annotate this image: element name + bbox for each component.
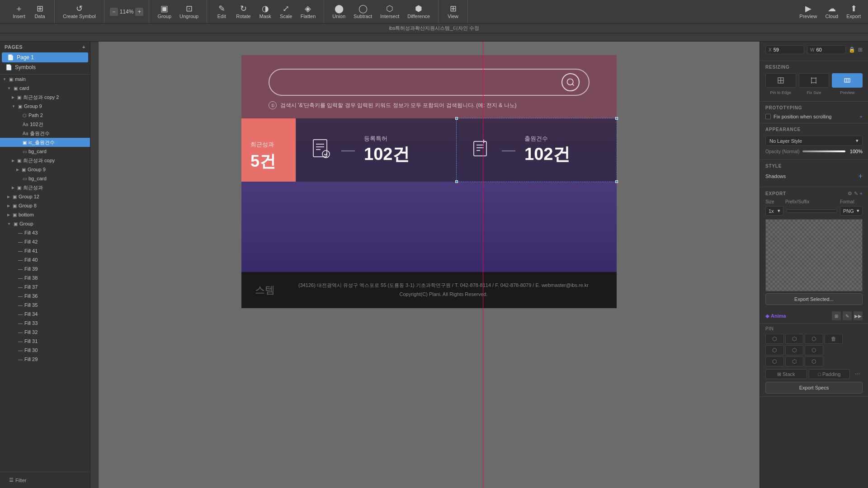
shadows-add-btn[interactable]: + bbox=[859, 172, 863, 180]
layer-ic-chulwon[interactable]: ▣ ic_출원건수 bbox=[0, 138, 90, 147]
export-selected-button[interactable]: Export Selected... bbox=[765, 293, 863, 305]
preview-button[interactable]: ▶ Preview bbox=[797, 4, 820, 20]
create-symbol-button[interactable]: ↺ Create Symbol bbox=[60, 4, 99, 20]
rotate-button[interactable]: ↻ Rotate bbox=[233, 4, 253, 20]
pin-tr[interactable]: ⬡ bbox=[805, 334, 823, 344]
pin-br[interactable]: ⬡ bbox=[805, 357, 823, 366]
pin-tc[interactable]: ⬡ bbox=[785, 334, 804, 344]
export-add-btn[interactable]: + bbox=[860, 191, 863, 197]
layer-fill39[interactable]: —Fill 39 bbox=[0, 264, 90, 273]
layer-fill33[interactable]: —Fill 33 bbox=[0, 319, 90, 328]
prototyping-add-btn[interactable]: + bbox=[860, 114, 863, 119]
difference-icon: ⬢ bbox=[415, 5, 422, 13]
edit-button[interactable]: ✎ Edit bbox=[212, 4, 231, 20]
layer-bg-card2[interactable]: ▭ bg_card bbox=[0, 174, 90, 183]
layer-102[interactable]: Aa 102건 bbox=[0, 120, 90, 129]
group-button[interactable]: ▣ Group bbox=[155, 4, 174, 20]
format-field[interactable]: PNG ▾ bbox=[840, 206, 863, 216]
flatten-icon: ◈ bbox=[305, 5, 311, 13]
layer-fill34[interactable]: —Fill 34 bbox=[0, 310, 90, 319]
difference-button[interactable]: ⬢ Difference bbox=[405, 4, 433, 20]
layer-fill40[interactable]: —Fill 40 bbox=[0, 255, 90, 264]
w-field[interactable]: W 60 bbox=[807, 45, 846, 54]
export-toolbar-button[interactable]: ⬆ Export bbox=[844, 4, 863, 20]
layer-path2[interactable]: ⬡ Path 2 bbox=[0, 111, 90, 120]
layer-chulwon[interactable]: Aa 출원건수 bbox=[0, 129, 90, 138]
layer-fill37[interactable]: —Fill 37 bbox=[0, 282, 90, 291]
toolbar: ＋ Insert ⊞ Data ↺ Create Symbol − 114% +… bbox=[0, 0, 868, 23]
canvas-area[interactable]: ① 검색시 '&'단축키를 입력할 경우 입력된 키워드 정보가 모두 포함되어… bbox=[90, 42, 760, 488]
view-button[interactable]: ⊞ View bbox=[444, 4, 462, 20]
pin-mr[interactable]: ⬡ bbox=[805, 345, 823, 355]
pin-ml[interactable]: ⬡ bbox=[765, 345, 784, 355]
layer-group9-sub[interactable]: ▶ ▣ Group 9 bbox=[0, 165, 90, 174]
flatten-button[interactable]: ◈ Flatten bbox=[298, 4, 319, 20]
pin-tl[interactable]: ⬡ bbox=[765, 334, 784, 344]
layer-recent[interactable]: ▶ ▣ 최근성과 bbox=[0, 183, 90, 192]
group-icon: ▣ bbox=[160, 5, 168, 13]
padding-btn[interactable]: □ Padding bbox=[809, 369, 850, 379]
layer-group12[interactable]: ▶ ▣ Group 12 bbox=[0, 192, 90, 201]
mask-button[interactable]: ◑ Mask bbox=[256, 4, 274, 20]
export-specs-button[interactable]: Export Specs bbox=[765, 382, 863, 394]
prefix-field[interactable] bbox=[786, 209, 837, 213]
page-item-symbols[interactable]: 📄 Symbols bbox=[0, 62, 90, 72]
layer-fill43[interactable]: —Fill 43 bbox=[0, 228, 90, 237]
pin-more-btn[interactable]: ⋯ bbox=[852, 369, 863, 379]
pin-bl[interactable]: ⬡ bbox=[765, 357, 784, 366]
size-field[interactable]: 1x ▾ bbox=[765, 206, 783, 216]
layer-recent-copy[interactable]: ▶ ▣ 최근성과 copy bbox=[0, 156, 90, 165]
layer-group8[interactable]: ▶ ▣ Group 8 bbox=[0, 201, 90, 210]
anima-btn2[interactable]: ✎ bbox=[843, 311, 852, 320]
expand-btn[interactable]: ⊞ bbox=[858, 45, 863, 54]
layer-fill38[interactable]: —Fill 38 bbox=[0, 273, 90, 282]
pin-to-edge-btn[interactable] bbox=[765, 73, 796, 88]
layer-fill29[interactable]: —Fill 29 bbox=[0, 355, 90, 364]
union-button[interactable]: ⬤ Union bbox=[330, 4, 348, 20]
fix-size-btn[interactable] bbox=[799, 73, 830, 88]
export-pencil-btn[interactable]: ✎ bbox=[854, 191, 858, 197]
cloud-button[interactable]: ☁ Cloud bbox=[822, 4, 841, 20]
layer-fill41[interactable]: —Fill 41 bbox=[0, 246, 90, 255]
pin-mc[interactable]: ⬡ bbox=[785, 345, 804, 355]
pin-del1[interactable]: 🗑 bbox=[825, 334, 843, 344]
subtract-button[interactable]: ◯ Subtract bbox=[351, 4, 375, 20]
layer-fill31[interactable]: —Fill 31 bbox=[0, 337, 90, 346]
insert-button[interactable]: ＋ Insert bbox=[10, 4, 28, 20]
fix-scroll-checkbox[interactable] bbox=[765, 114, 771, 119]
x-field[interactable]: X 59 bbox=[765, 45, 804, 54]
pin-bc[interactable]: ⬡ bbox=[785, 357, 804, 366]
zoom-out-button[interactable]: − bbox=[110, 8, 118, 16]
anima-btn1[interactable]: ⊞ bbox=[832, 311, 841, 320]
layer-main[interactable]: ▼ ▣ main bbox=[0, 75, 90, 84]
export-settings-btn[interactable]: ⚙ bbox=[848, 191, 852, 197]
layer-group[interactable]: ▼ ▣ Group bbox=[0, 219, 90, 228]
preview-resize-btn[interactable] bbox=[832, 73, 863, 88]
intersect-button[interactable]: ⬡ Intersect bbox=[377, 4, 402, 20]
layer-recent-copy2[interactable]: ▶ ▣ 최근성과 copy 2 bbox=[0, 93, 90, 102]
data-button[interactable]: ⊞ Data bbox=[31, 4, 49, 20]
anima-btn3[interactable]: ▶▶ bbox=[854, 311, 863, 320]
layer-fill30[interactable]: —Fill 30 bbox=[0, 346, 90, 355]
layer-fill36[interactable]: —Fill 36 bbox=[0, 291, 90, 300]
layer-card[interactable]: ▼ ▣ card bbox=[0, 84, 90, 93]
page-item-page1[interactable]: 📄 Page 1 bbox=[2, 52, 88, 62]
layer-fill35[interactable]: —Fill 35 bbox=[0, 300, 90, 310]
opacity-slider[interactable] bbox=[802, 150, 845, 152]
add-page-button[interactable]: + bbox=[82, 44, 85, 50]
handle-bl bbox=[455, 180, 458, 183]
layer-style-select[interactable]: No Layer Style ▾ bbox=[765, 136, 863, 146]
stack-btn[interactable]: ⊞ Stack bbox=[765, 369, 807, 379]
ungroup-button[interactable]: ⊡ Ungroup bbox=[177, 4, 201, 20]
export-section: EXPORT ⚙ ✎ + Size Prefix/Suffix Format 1… bbox=[760, 187, 868, 309]
canvas-content: ① 검색시 '&'단축키를 입력할 경우 입력된 키워드 정보가 모두 포함되어… bbox=[99, 42, 760, 488]
layer-fill42[interactable]: —Fill 42 bbox=[0, 237, 90, 246]
filter-button[interactable]: ☰ Filter bbox=[5, 476, 30, 484]
layer-bg-card[interactable]: ▭ bg_card bbox=[0, 147, 90, 156]
scale-button[interactable]: ⤢ Scale bbox=[277, 4, 295, 20]
lock-btn[interactable]: 🔒 bbox=[849, 45, 855, 54]
layer-group9[interactable]: ▼ ▣ Group 9 bbox=[0, 102, 90, 111]
layer-fill32[interactable]: —Fill 32 bbox=[0, 328, 90, 337]
layer-bottom[interactable]: ▶ ▣ bottom bbox=[0, 210, 90, 219]
zoom-in-button[interactable]: + bbox=[135, 8, 143, 16]
